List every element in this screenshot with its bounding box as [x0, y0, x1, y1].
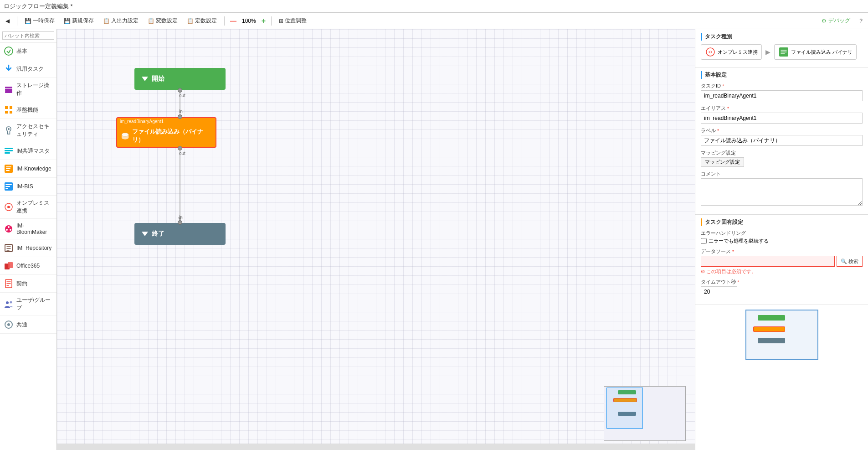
comment-row: コメント — [701, 171, 863, 207]
alias-input[interactable] — [701, 113, 863, 124]
new-save-icon: 💾 — [64, 18, 71, 24]
help-button[interactable]: ? — [858, 17, 864, 25]
basic-settings-section: 基本設定 タスクID * エイリアス * — [695, 67, 868, 215]
task-node[interactable]: in im_readBinaryAgent1 ファイル読み込み（バイナリ） ou… — [116, 117, 216, 148]
palette-item-bloom[interactable]: IM-BloomMaker — [0, 219, 56, 239]
const-settings-button[interactable]: 📋 定数設定 — [185, 16, 219, 26]
label-row: ラベル * — [701, 127, 863, 146]
datasource-error: ⊘ この項目は必須です。 — [701, 268, 863, 275]
svg-point-23 — [10, 229, 11, 231]
canvas-hscroll[interactable] — [57, 444, 695, 450]
label-input[interactable] — [701, 135, 863, 146]
palette-item-general-task[interactable]: 汎用タスク — [0, 60, 56, 78]
toolbar-sep-2 — [224, 16, 225, 26]
storage-icon — [4, 84, 14, 94]
pos-adjust-button[interactable]: ⊞ 位置調整 — [277, 16, 308, 26]
comment-textarea[interactable] — [701, 178, 863, 206]
palette-item-label: アクセスセキュリティ — [16, 123, 53, 138]
svg-rect-19 — [5, 188, 8, 189]
task-node-id: im_readBinaryAgent1 — [117, 118, 216, 125]
palette-item-label: IM_Repository — [16, 245, 51, 251]
palette-item-label: ユーザ/グループ — [16, 296, 53, 312]
right-panel: タスク種別 オンプレミス連携 ▶ — [695, 29, 868, 450]
svg-point-29 — [6, 301, 9, 304]
canvas-area[interactable]: 開始 out in im_readBinaryAgent1 ファイル読み込み（バ… — [57, 29, 695, 450]
user-group-icon — [4, 299, 14, 309]
svg-rect-13 — [6, 166, 11, 167]
svg-rect-1 — [5, 87, 12, 88]
svg-point-40 — [709, 51, 711, 53]
task-in-connector[interactable] — [178, 114, 182, 119]
datasource-input[interactable] — [701, 256, 835, 267]
palette-item-knowledge[interactable]: IM-Knowledge — [0, 160, 56, 178]
var-settings-button[interactable]: 📋 変数設定 — [146, 16, 180, 26]
svg-rect-17 — [5, 184, 12, 185]
bis-icon — [4, 181, 14, 191]
mapping-button[interactable]: マッピング設定 — [701, 157, 744, 167]
palette-item-common[interactable]: 共通 — [0, 316, 56, 334]
palette-item-contract[interactable]: 契約 — [0, 275, 56, 293]
task-in-label: in — [179, 109, 183, 114]
main-container: 基本 汎用タスク ス — [0, 29, 868, 450]
palette-item-label: IM-BIS — [16, 183, 33, 190]
task-type-to-label: ファイル読み込み バイナリ — [791, 49, 853, 56]
palette-item-infra[interactable]: 基盤機能 — [0, 101, 56, 119]
io-settings-button[interactable]: 📋 入出力設定 — [101, 16, 140, 26]
file-read-icon — [778, 47, 789, 57]
new-save-button[interactable]: 💾 新規保存 — [62, 16, 96, 26]
svg-rect-15 — [6, 170, 10, 171]
task-unique-section: タスク固有設定 エラーハンドリング エラーでも処理を継続する データソース * — [695, 215, 868, 305]
timeout-input[interactable] — [701, 286, 737, 297]
palette-item-label: Office365 — [16, 263, 40, 269]
palette-item-onpremise[interactable]: オンプレミス連携 — [0, 196, 56, 219]
palette-search-input[interactable] — [2, 31, 54, 40]
error-continue-checkbox[interactable] — [701, 238, 707, 244]
temp-save-button[interactable]: 💾 一時保存 — [23, 16, 56, 26]
palette-item-bis[interactable]: IM-BIS — [0, 178, 56, 196]
task-node-icon — [121, 131, 129, 140]
task-out-connector[interactable] — [178, 146, 182, 150]
start-node[interactable]: 開始 out — [134, 68, 226, 90]
end-in-connector[interactable] — [178, 220, 182, 225]
basic-icon — [4, 46, 14, 56]
end-arrow-icon — [142, 232, 148, 236]
timeout-row: タイムアウト秒 * — [701, 279, 863, 297]
mapping-row: マッピング設定 マッピング設定 — [701, 150, 863, 167]
mini-preview — [604, 386, 686, 441]
back-button[interactable]: ◀ — [4, 17, 11, 25]
palette-item-label: 契約 — [16, 280, 27, 288]
palette-item-storage[interactable]: ストレージ操作 — [0, 78, 56, 101]
palette-item-access[interactable]: アクセスセキュリティ — [0, 119, 56, 142]
svg-rect-3 — [5, 91, 12, 93]
zoom-minus[interactable]: — — [230, 17, 236, 25]
palette-item-user-group[interactable]: ユーザ/グループ — [0, 293, 56, 316]
general-task-icon — [4, 64, 14, 74]
datasource-search-button[interactable]: 🔍 検索 — [837, 256, 863, 267]
mapping-label: マッピング設定 — [701, 150, 863, 156]
palette-item-office365[interactable]: Office365 — [0, 257, 56, 275]
start-out-connector[interactable] — [178, 88, 182, 93]
minimap-task — [753, 326, 785, 332]
palette-item-im-master[interactable]: IM共通マスタ — [0, 142, 56, 160]
var-icon: 📋 — [148, 18, 154, 24]
im-master-icon — [4, 146, 14, 156]
timeout-label: タイムアウト秒 * — [701, 279, 863, 285]
svg-point-0 — [5, 47, 13, 55]
debug-button[interactable]: ⚙ デバッグ — [820, 16, 852, 26]
knowledge-icon — [4, 164, 14, 174]
palette-item-label: 共通 — [16, 321, 27, 329]
svg-rect-27 — [8, 262, 13, 268]
end-node[interactable]: in 終了 — [134, 223, 226, 245]
palette-item-basic[interactable]: 基本 — [0, 42, 56, 60]
error-icon: ⊘ — [701, 269, 705, 274]
toolbar-sep-3 — [271, 16, 272, 26]
svg-rect-6 — [5, 111, 8, 114]
zoom-plus[interactable]: + — [262, 17, 266, 25]
pos-icon: ⊞ — [279, 18, 283, 24]
task-type-from: オンプレミス連携 — [701, 44, 762, 60]
error-continue-label: エラーでも処理を継続する — [709, 238, 769, 244]
palette-item-repo[interactable]: IM_Repository — [0, 239, 56, 257]
taskid-input[interactable] — [701, 90, 863, 101]
datasource-row: データソース * 🔍 検索 ⊘ この項目は必須です。 — [701, 248, 863, 275]
office365-icon — [4, 261, 14, 271]
